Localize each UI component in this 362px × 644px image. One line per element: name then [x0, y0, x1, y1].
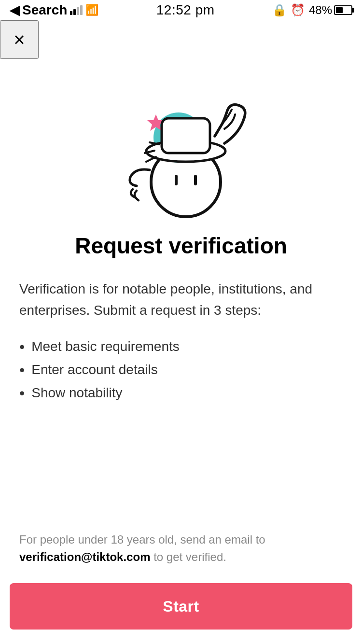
status-right: 🔒 ⏰ 48% [272, 3, 352, 17]
signal-icon [70, 5, 83, 15]
description-text: Verification is for notable people, inst… [19, 279, 343, 321]
battery-percentage: 48% [309, 3, 332, 17]
footer-note-end: to get verified. [153, 550, 226, 563]
step-1: Meet basic requirements [19, 335, 343, 358]
battery: 48% [309, 3, 352, 17]
page-title: Request verification [19, 233, 343, 259]
wifi-icon: 📶 [85, 4, 98, 16]
svg-rect-7 [162, 118, 210, 153]
main-content: Request verification Verification is for… [0, 233, 362, 517]
status-time: 12:52 pm [156, 2, 215, 18]
start-button[interactable]: Start [10, 583, 352, 630]
carrier-name: Search [22, 2, 67, 18]
status-carrier: ◀ Search 📶 [10, 2, 98, 18]
close-button[interactable]: × [0, 20, 39, 59]
back-arrow-icon: ◀ [10, 3, 19, 18]
footer-note-text: For people under 18 years old, send an e… [19, 533, 265, 546]
illustration-area [0, 59, 362, 233]
start-button-container: Start [0, 575, 362, 644]
verification-illustration [104, 66, 258, 221]
step-1-text: Meet basic requirements [31, 335, 180, 358]
footer-note: For people under 18 years old, send an e… [0, 517, 362, 575]
lock-icon: 🔒 [272, 3, 287, 17]
battery-icon [334, 5, 352, 15]
step-3-text: Show notability [31, 381, 122, 405]
close-icon: × [14, 30, 25, 49]
status-bar: ◀ Search 📶 12:52 pm 🔒 ⏰ 48% [0, 0, 362, 20]
footer-email: verification@tiktok.com [19, 550, 150, 563]
step-2: Enter account details [19, 358, 343, 381]
steps-list: Meet basic requirements Enter account de… [19, 335, 343, 405]
alarm-icon: ⏰ [291, 3, 305, 17]
step-2-text: Enter account details [31, 358, 158, 381]
svg-line-9 [146, 157, 156, 162]
step-3: Show notability [19, 381, 343, 405]
